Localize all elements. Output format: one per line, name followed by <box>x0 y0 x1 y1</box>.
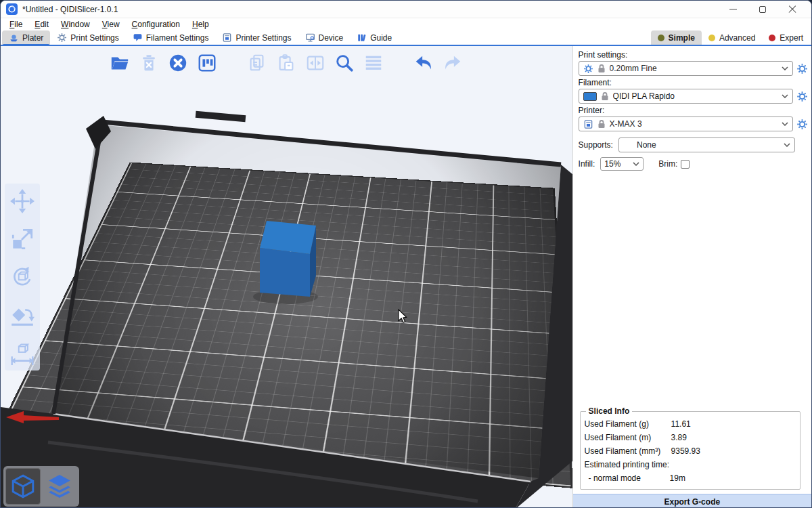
menu-bar: File Edit Window View Configuration Help <box>1 18 811 30</box>
mode-expert[interactable]: Expert <box>762 30 810 45</box>
arrange-button[interactable] <box>196 51 219 75</box>
minimize-button[interactable] <box>718 1 748 18</box>
delete-button[interactable] <box>137 51 160 75</box>
scale-tool-button[interactable] <box>9 226 36 253</box>
filament-label: Filament: <box>579 78 810 87</box>
undo-button[interactable] <box>412 51 435 75</box>
tab-printer-settings[interactable]: Printer Settings <box>215 30 298 45</box>
supports-combo[interactable]: None <box>618 137 795 152</box>
sliced-info-row: Used Filament (m) 3.89 <box>583 431 797 444</box>
infill-value: 15% <box>604 159 633 169</box>
chevron-down-icon <box>782 94 788 98</box>
tab-device[interactable]: Device <box>298 30 351 45</box>
measure-icon <box>9 340 35 366</box>
infill-combo[interactable]: 15% <box>600 157 644 171</box>
filament-color-swatch <box>583 92 597 101</box>
3d-view-cube-icon <box>10 473 36 499</box>
menu-help[interactable]: Help <box>186 19 215 30</box>
menu-window[interactable]: Window <box>55 19 96 30</box>
delete-all-button[interactable] <box>166 51 189 75</box>
brim-label: Brim: <box>658 159 677 169</box>
sliced-info-row: Estimated printing time: <box>583 458 797 471</box>
lock-icon <box>597 119 606 129</box>
3d-view-button[interactable] <box>5 468 41 505</box>
settings-sidebar: Print settings: 0.20mm Fine Filament: <box>572 46 811 508</box>
supports-label: Supports: <box>579 140 613 150</box>
maximize-button[interactable] <box>748 1 777 18</box>
print-settings-combo[interactable]: 0.20mm Fine <box>579 61 793 76</box>
filament-combo[interactable]: QIDI PLA Rapido <box>579 89 793 104</box>
app-logo-icon <box>6 3 18 15</box>
paste-button[interactable] <box>275 51 298 75</box>
move-tool-button[interactable] <box>9 188 36 215</box>
printer-label: Printer: <box>579 106 810 115</box>
split-objects-button[interactable] <box>304 51 327 75</box>
gear-icon <box>583 64 593 74</box>
menu-edit[interactable]: Edit <box>28 19 55 30</box>
print-settings-gear-button[interactable] <box>796 62 808 75</box>
advanced-mode-dot-icon <box>708 35 715 41</box>
lock-icon <box>597 64 606 73</box>
print-settings-label: Print settings: <box>579 50 810 60</box>
place-on-face-tool-button[interactable] <box>9 301 36 329</box>
redo-button[interactable] <box>441 51 464 75</box>
delete-all-icon <box>168 53 188 73</box>
gear-icon <box>796 91 808 102</box>
copy-button[interactable] <box>246 51 269 75</box>
open-folder-icon <box>110 53 130 73</box>
tab-filament-settings[interactable]: Filament Settings <box>126 30 216 45</box>
printer-value: X-MAX 3 <box>610 119 777 129</box>
open-button[interactable] <box>108 51 131 75</box>
view-mode-toolbar <box>3 466 79 507</box>
mode-simple[interactable]: Simple <box>651 30 702 45</box>
printer-icon <box>222 33 232 43</box>
plater-icon <box>9 33 19 43</box>
printer-combo[interactable]: X-MAX 3 <box>579 117 793 131</box>
supports-value: None <box>637 140 780 150</box>
print-settings-value: 0.20mm Fine <box>610 64 777 73</box>
menu-view[interactable]: View <box>96 19 126 30</box>
maximize-icon <box>759 6 766 13</box>
device-monitor-icon <box>305 33 315 43</box>
print-bed[interactable] <box>1 163 572 488</box>
chevron-down-icon <box>784 143 790 147</box>
rotate-tool-button[interactable] <box>9 263 36 291</box>
sliced-info-title: Sliced Info <box>586 406 633 416</box>
variable-layer-height-button[interactable] <box>362 51 385 75</box>
chevron-down-icon <box>633 162 639 166</box>
infill-label: Infill: <box>579 159 595 169</box>
viewport-toolbar <box>1 49 572 77</box>
guide-books-icon <box>357 33 367 43</box>
filament-icon <box>133 33 143 43</box>
export-gcode-button[interactable]: Export G-code <box>573 494 811 508</box>
printer-icon <box>583 119 593 129</box>
measure-tool-button[interactable] <box>9 339 36 366</box>
printer-gear-button[interactable] <box>796 118 808 130</box>
mode-switcher: Simple Advanced Expert <box>651 30 810 45</box>
mode-advanced[interactable]: Advanced <box>702 30 762 45</box>
split-objects-icon <box>305 53 325 73</box>
sliced-info-row: - normal mode 19m <box>583 471 797 485</box>
filament-gear-button[interactable] <box>796 90 808 102</box>
preview-button[interactable] <box>42 468 77 505</box>
tab-bar: Plater Print Settings Filament Settings … <box>1 30 811 45</box>
brim-checkbox[interactable] <box>681 160 690 169</box>
redo-icon <box>443 53 463 73</box>
paste-icon <box>276 53 296 73</box>
tab-guide[interactable]: Guide <box>350 30 399 45</box>
sliced-info-row: Used Filament (g) 11.61 <box>583 417 797 431</box>
move-icon <box>9 188 35 214</box>
chevron-down-icon <box>782 66 788 70</box>
delete-trash-icon <box>139 53 159 73</box>
close-button[interactable] <box>777 1 807 18</box>
search-icon <box>334 53 355 73</box>
menu-configuration[interactable]: Configuration <box>126 19 186 30</box>
3d-viewport[interactable] <box>1 46 572 508</box>
menu-file[interactable]: File <box>3 19 28 30</box>
place-on-face-icon <box>9 302 35 328</box>
tab-print-settings[interactable]: Print Settings <box>50 30 125 45</box>
window-title: *Untitled - QIDISlicer-1.0.1 <box>22 5 118 14</box>
search-button[interactable] <box>333 51 356 75</box>
lock-icon <box>601 91 609 101</box>
tab-plater[interactable]: Plater <box>2 30 50 45</box>
